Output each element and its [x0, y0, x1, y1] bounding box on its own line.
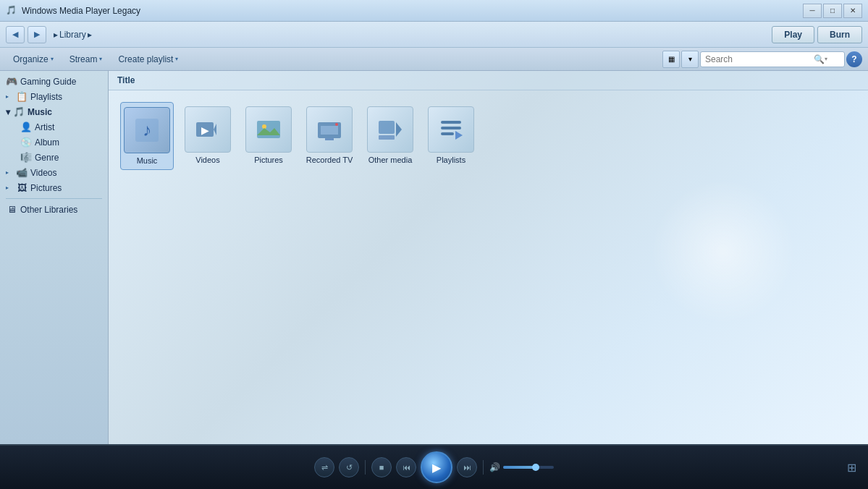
stream-arrow: ▾	[99, 56, 102, 62]
maximize-button[interactable]: □	[823, 4, 842, 18]
stop-icon: ■	[379, 463, 384, 472]
media-icon-pictures	[245, 106, 292, 153]
minimize-button[interactable]: ─	[803, 4, 822, 18]
title-bar: 🎵 Windows Media Player Legacy ─ □ ✕	[0, 0, 868, 22]
view-dropdown-button[interactable]: ▾	[681, 51, 699, 68]
playlists-icon: 📋	[16, 91, 28, 102]
svg-point-11	[335, 123, 338, 126]
stream-button[interactable]: Stream ▾	[62, 51, 110, 68]
divider-2	[483, 460, 484, 475]
videos-label: Videos	[30, 168, 56, 178]
create-playlist-arrow: ▾	[175, 56, 178, 62]
gaming-guide-icon: 🎮	[6, 76, 17, 87]
media-item-playlists[interactable]: Playlists	[424, 102, 478, 170]
search-dropdown-icon[interactable]: ▾	[825, 56, 827, 62]
play-main-button[interactable]: ▶	[421, 451, 452, 483]
videos-icon: 📹	[16, 167, 28, 178]
other-libraries-icon: 🖥	[6, 204, 17, 215]
sidebar-item-playlists[interactable]: ▸ 📋 Playlists	[0, 89, 108, 104]
media-icon-music: ♪	[124, 107, 170, 153]
prev-button[interactable]: ⏮	[396, 457, 416, 477]
burn-button[interactable]: Burn	[817, 26, 862, 43]
search-input[interactable]	[705, 54, 814, 64]
media-label-music: Music	[137, 156, 158, 165]
videos-arrow: ▸	[6, 169, 13, 176]
media-item-music[interactable]: ♪ Music	[120, 102, 174, 170]
sidebar-item-album[interactable]: 💿 Album	[0, 135, 108, 150]
player-right-controls: ⊞	[847, 461, 856, 475]
svg-rect-10	[321, 126, 338, 135]
organize-button[interactable]: Organize ▾	[6, 51, 61, 68]
media-label-playlists: Playlists	[437, 156, 465, 164]
artist-icon: 👤	[20, 122, 32, 132]
sidebar-item-genre[interactable]: 🎼 Genre	[0, 150, 108, 165]
volume-fill	[503, 466, 534, 469]
media-label-videos: Videos	[195, 156, 219, 164]
other-libraries-label: Other Libraries	[20, 205, 77, 215]
media-label-pictures: Pictures	[254, 156, 283, 164]
svg-rect-14	[379, 135, 395, 140]
svg-marker-13	[396, 122, 402, 137]
pictures-arrow: ▸	[6, 184, 13, 191]
close-button[interactable]: ✕	[843, 4, 862, 18]
media-label-recorded_tv: Recorded TV	[306, 156, 353, 164]
sidebar-item-pictures[interactable]: ▸ 🖼 Pictures	[0, 180, 108, 195]
repeat-button[interactable]: ↺	[339, 457, 359, 477]
svg-rect-15	[441, 121, 461, 124]
shuffle-icon: ⇌	[321, 463, 328, 472]
svg-rect-17	[441, 132, 454, 135]
search-box: 🔍 ▾	[700, 51, 845, 67]
pictures-icon: 🖼	[16, 182, 28, 193]
media-icon-recorded_tv	[306, 106, 353, 153]
sidebar-item-artist[interactable]: 👤 Artist	[0, 119, 108, 135]
create-playlist-label: Create playlist	[118, 54, 173, 64]
volume-slider[interactable]	[503, 466, 554, 469]
play-button[interactable]: Play	[772, 26, 814, 43]
sidebar: 🎮 Gaming Guide ▸ 📋 Playlists ▾ 🎵 Music 👤…	[0, 71, 109, 444]
organize-label: Organize	[13, 54, 49, 64]
media-item-other_media[interactable]: Other media	[363, 102, 417, 170]
svg-text:▶: ▶	[201, 124, 209, 136]
breadcrumb-arrow: ▸	[54, 30, 58, 40]
pictures-label: Pictures	[30, 183, 62, 193]
svg-marker-3	[214, 124, 216, 135]
stream-label: Stream	[69, 54, 98, 64]
divider-1	[365, 460, 366, 475]
help-button[interactable]: ?	[846, 51, 862, 67]
album-label: Album	[35, 137, 59, 148]
volume-thumb[interactable]	[532, 464, 539, 471]
forward-button[interactable]: ▶	[28, 26, 46, 43]
search-icon[interactable]: 🔍	[814, 54, 825, 64]
sidebar-item-gaming-guide[interactable]: 🎮 Gaming Guide	[0, 74, 108, 89]
album-icon: 💿	[20, 137, 32, 148]
next-button[interactable]: ⏭	[457, 457, 477, 477]
switch-view-button[interactable]: ⊞	[847, 461, 856, 475]
media-item-recorded_tv[interactable]: Recorded TV	[303, 102, 356, 170]
shuffle-button[interactable]: ⇌	[314, 457, 334, 477]
sidebar-separator	[6, 198, 102, 199]
playlists-label: Playlists	[30, 92, 62, 102]
svg-text:♪: ♪	[143, 120, 151, 140]
media-label-other_media: Other media	[368, 156, 413, 164]
svg-rect-5	[257, 121, 280, 138]
sidebar-item-music[interactable]: ▾ 🎵 Music	[0, 104, 108, 119]
media-icon-other_media	[367, 106, 413, 153]
toolbar: Organize ▾ Stream ▾ Create playlist ▾ ▦ …	[0, 48, 868, 71]
svg-rect-12	[379, 121, 395, 134]
create-playlist-button[interactable]: Create playlist ▾	[111, 51, 185, 68]
library-breadcrumb[interactable]: ▸ Library ▸	[49, 28, 96, 41]
view-button[interactable]: ▦	[662, 51, 680, 68]
music-expand-arrow: ▾	[6, 107, 10, 117]
media-item-pictures[interactable]: Pictures	[242, 102, 295, 170]
sidebar-item-videos[interactable]: ▸ 📹 Videos	[0, 165, 108, 180]
stop-button[interactable]: ■	[371, 457, 392, 477]
app-title: Windows Media Player Legacy	[22, 6, 803, 16]
content-area: Title ♪ Music ▶ Videos Pictures Recorded…	[109, 71, 868, 444]
back-button[interactable]: ◀	[6, 26, 25, 43]
breadcrumb-library: Library	[59, 30, 86, 40]
gaming-guide-label: Gaming Guide	[20, 77, 76, 87]
media-grid: ♪ Music ▶ Videos Pictures Recorded TV Ot…	[109, 90, 868, 182]
media-item-videos[interactable]: ▶ Videos	[181, 102, 235, 170]
sidebar-item-other-libraries[interactable]: 🖥 Other Libraries	[0, 202, 108, 217]
app-icon: 🎵	[6, 5, 17, 17]
